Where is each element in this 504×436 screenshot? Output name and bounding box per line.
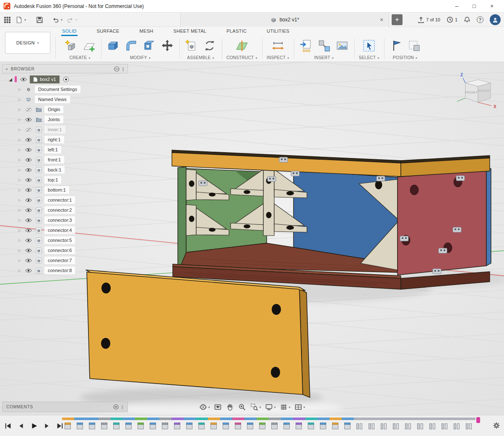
capture-position-icon[interactable]	[407, 38, 422, 53]
timeline-strip-segment[interactable]	[354, 418, 366, 420]
timeline-feature-component-24[interactable]	[342, 422, 354, 431]
eye-icon-on[interactable]	[24, 228, 33, 233]
timeline-strip-segment[interactable]	[451, 418, 463, 420]
timeline-strip-segment[interactable]	[330, 418, 342, 420]
timeline-strip-segment[interactable]	[244, 418, 257, 420]
joint-icon[interactable]	[202, 38, 217, 53]
eye-icon-on[interactable]	[24, 148, 33, 152]
add-comment-icon[interactable]	[113, 404, 119, 410]
item-label[interactable]: connector:3	[44, 216, 75, 224]
group-label-construct[interactable]: CONSTRUCT	[226, 55, 257, 60]
joint-snap-chip[interactable]	[456, 176, 465, 181]
close-button[interactable]: ×	[483, 0, 501, 13]
timeline-strip-segment[interactable]	[305, 418, 317, 420]
eye-icon-on[interactable]	[24, 138, 33, 142]
timeline-feature-component-1[interactable]	[62, 422, 74, 431]
redo-button[interactable]	[65, 14, 78, 26]
timeline-feature-joint-28[interactable]	[390, 422, 403, 431]
expand-icon[interactable]: ▷	[17, 269, 22, 272]
bell-icon[interactable]	[464, 16, 470, 23]
panel-grip[interactable]: ∥	[122, 67, 125, 71]
item-label[interactable]: top:1	[44, 176, 61, 184]
box-assembly[interactable]	[172, 150, 491, 289]
timeline-strip-segment[interactable]	[208, 418, 220, 420]
eye-icon-on[interactable]	[24, 188, 33, 192]
insert-derive-icon[interactable]	[317, 38, 332, 53]
group-label-modify[interactable]: MODIFY	[130, 55, 151, 60]
timeline-strip-segment[interactable]	[281, 418, 293, 420]
group-label-create[interactable]: CREATE	[70, 55, 91, 60]
press-pull-icon[interactable]	[106, 38, 121, 53]
select-cursor-icon[interactable]	[361, 38, 377, 53]
help-icon[interactable]: ?	[477, 16, 483, 23]
joint-snap-chip[interactable]	[400, 236, 408, 241]
joint-snap-chip[interactable]	[291, 171, 299, 176]
timeline-feature-component-20[interactable]	[293, 422, 305, 431]
timeline-feature-component-18[interactable]	[269, 422, 281, 431]
expand-icon[interactable]: ▷	[17, 239, 22, 242]
timeline-feature-component-19[interactable]	[281, 422, 293, 431]
file-menu-button[interactable]	[14, 14, 27, 26]
timeline-feature-component-21[interactable]	[305, 422, 317, 431]
timeline-feature-joint-29[interactable]	[403, 422, 415, 431]
joint-snap-chip[interactable]	[439, 248, 447, 253]
timeline-feature-component-22[interactable]	[317, 422, 330, 431]
browser-item-origin[interactable]: ▷ Origin	[2, 104, 128, 114]
expand-icon[interactable]: ▷	[17, 228, 22, 232]
joint-snap-chip[interactable]	[433, 269, 441, 274]
new-tab-button[interactable]: +	[392, 14, 403, 25]
browser-item-connector-4[interactable]: ▷ connector:4	[2, 225, 128, 235]
notification-center[interactable]: 1	[447, 16, 457, 23]
eye-icon-off[interactable]	[24, 107, 33, 112]
new-component-icon[interactable]	[184, 38, 199, 53]
joint-snap-chip[interactable]	[453, 227, 461, 232]
orbit-icon[interactable]	[198, 402, 210, 412]
group-label-inspect[interactable]: INSPECT	[267, 55, 289, 60]
timeline-color-strip[interactable]	[62, 418, 475, 420]
ribbon-tab-surface[interactable]: SURFACE	[96, 27, 120, 36]
timeline-feature-joint-30[interactable]	[415, 422, 427, 431]
eye-icon-off[interactable]	[24, 127, 33, 132]
browser-item-back-1[interactable]: ▷ back:1	[2, 165, 128, 175]
eye-icon-on[interactable]	[24, 168, 33, 172]
minimize-button[interactable]: –	[448, 0, 465, 13]
root-component-chip[interactable]: box2 v1	[30, 75, 60, 83]
minimize-panel-icon[interactable]	[114, 66, 120, 72]
browser-item-front-1[interactable]: ▷ front:1	[2, 155, 128, 165]
ribbon-tab-plastic[interactable]: PLASTIC	[226, 27, 247, 36]
viewport[interactable]: « BROWSER ∥ ◢ box2 v1 ▷	[0, 62, 504, 415]
eye-icon[interactable]	[19, 77, 28, 82]
fit-icon[interactable]	[249, 402, 262, 412]
ribbon-tab-sheet-metal[interactable]: SHEET METAL	[173, 27, 208, 36]
timeline-feature-component-16[interactable]	[244, 422, 257, 431]
item-label[interactable]: connector:2	[44, 206, 75, 214]
browser-item-top-1[interactable]: ▷ top:1	[2, 175, 128, 185]
eye-icon-on[interactable]	[24, 218, 33, 223]
front-panel-loose[interactable]	[86, 270, 310, 397]
timeline-strip-segment[interactable]	[123, 418, 135, 420]
expand-icon[interactable]: ▷	[17, 198, 22, 202]
eye-icon-on[interactable]	[24, 258, 33, 263]
browser-item-joints[interactable]: ▷ Joints	[2, 114, 128, 125]
eye-icon-on[interactable]	[24, 158, 33, 162]
document-tab[interactable]: box2 v1* ×	[180, 13, 389, 27]
timeline-feature-component-23[interactable]	[330, 422, 342, 431]
timeline-strip-segment[interactable]	[390, 418, 403, 420]
eye-icon-on[interactable]	[24, 178, 33, 182]
item-label[interactable]: Origin	[44, 106, 63, 113]
item-label[interactable]: back:1	[44, 166, 65, 174]
item-label[interactable]: connector:1	[44, 196, 75, 204]
item-label[interactable]: left:1	[44, 146, 61, 153]
browser-item-right-1[interactable]: ▷ right:1	[2, 135, 128, 145]
expand-icon[interactable]: ▷	[17, 188, 22, 192]
collapse-icon[interactable]: «	[5, 66, 8, 71]
timeline-feature-component-15[interactable]	[232, 422, 244, 431]
browser-item-connector-8[interactable]: ▷ connector:8	[2, 265, 128, 275]
timeline-feature-component-11[interactable]	[184, 422, 196, 431]
timeline-strip-segment[interactable]	[378, 418, 390, 420]
expand-icon[interactable]: ▷	[17, 88, 22, 91]
timeline-strip-segment[interactable]	[403, 418, 415, 420]
timeline-strip-segment[interactable]	[99, 418, 111, 420]
expand-icon[interactable]: ▷	[17, 108, 22, 112]
item-label[interactable]: Document Settings	[35, 86, 81, 93]
